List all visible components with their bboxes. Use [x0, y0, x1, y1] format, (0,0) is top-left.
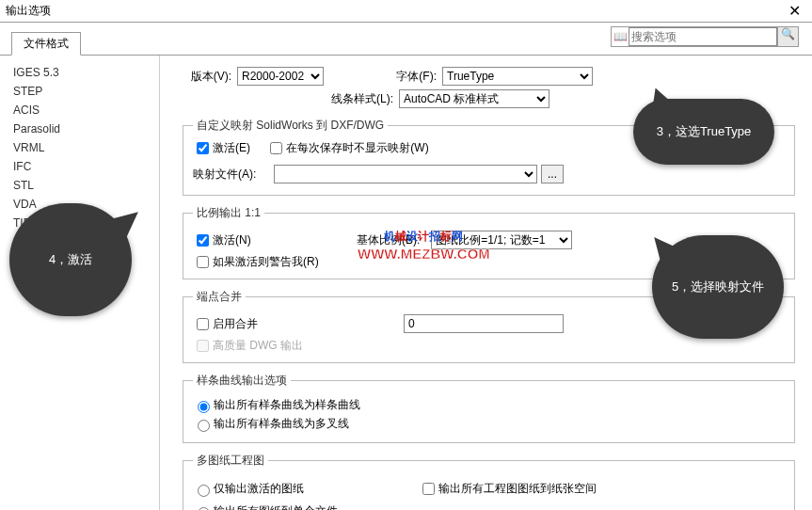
multi-group: 多图纸工程图 仅输出激活的图纸 输出所有工程图图纸到纸张空间 输出所有图纸到单个…: [183, 453, 795, 510]
search-box[interactable]: 📖 🔍: [611, 26, 799, 47]
mapfile-select[interactable]: [274, 165, 537, 183]
list-item[interactable]: Parasolid: [0, 120, 159, 138]
activate-checkbox[interactable]: 激活(E): [193, 139, 250, 157]
font-select[interactable]: TrueType: [442, 67, 593, 86]
list-item[interactable]: IGES 5.3: [0, 63, 159, 82]
hq-dwg-checkbox: 高质量 DWG 输出: [193, 337, 303, 355]
linestyle-label: 线条样式(L):: [183, 91, 393, 107]
book-icon: 📖: [612, 30, 629, 43]
search-icon[interactable]: 🔍: [777, 27, 798, 46]
mapping-legend: 自定义映射 SolidWorks 到 DXF/DWG: [193, 118, 388, 134]
multi-radio-2[interactable]: 输出所有图纸到单个文件: [193, 503, 785, 510]
callout-5: 5，选择映射文件: [652, 235, 784, 339]
hide-map-checkbox[interactable]: 在每次保存时不显示映射(W): [266, 139, 428, 157]
merge-value-input[interactable]: 0: [404, 314, 564, 333]
warn-checkbox[interactable]: 如果激活则警告我(R): [193, 253, 319, 271]
merge-legend: 端点合并: [193, 289, 246, 305]
list-item[interactable]: ACIS: [0, 101, 159, 120]
spline-group: 样条曲线输出选项 输出所有样条曲线为样条曲线 输出所有样条曲线为多叉线: [183, 373, 795, 443]
multi-legend: 多图纸工程图: [193, 453, 268, 469]
callout-3: 3，这选TrueType: [633, 99, 774, 165]
paper-space-checkbox[interactable]: 输出所有工程图图纸到纸张空间: [419, 480, 597, 498]
list-item[interactable]: STEP: [0, 82, 159, 101]
list-item[interactable]: IFC: [0, 157, 159, 176]
spline-radio-1[interactable]: 输出所有样条曲线为样条曲线: [193, 397, 785, 413]
base-scale-label: 基体比例(B):: [357, 232, 420, 248]
tab-file-format[interactable]: 文件格式: [11, 32, 81, 56]
callout-4: 4，激活: [9, 203, 132, 316]
version-label: 版本(V):: [183, 69, 231, 85]
mapfile-label: 映射文件(A):: [193, 167, 268, 183]
scale-activate-checkbox[interactable]: 激活(N): [193, 231, 343, 249]
window-title: 输出选项: [6, 3, 51, 19]
close-icon[interactable]: ✕: [783, 2, 806, 20]
linestyle-select[interactable]: AutoCAD 标准样式: [399, 89, 549, 108]
multi-radio-1[interactable]: 仅输出激活的图纸: [193, 481, 419, 497]
search-input[interactable]: [629, 27, 777, 46]
font-label: 字体(F):: [324, 69, 437, 85]
list-item[interactable]: VRML: [0, 138, 159, 157]
version-select[interactable]: R2000-2002: [237, 67, 324, 86]
spline-radio-2[interactable]: 输出所有样条曲线为多叉线: [193, 416, 785, 432]
spline-legend: 样条曲线输出选项: [193, 373, 291, 389]
scale-legend: 比例输出 1:1: [193, 205, 264, 221]
list-item[interactable]: STL: [0, 176, 159, 195]
browse-button[interactable]: ...: [541, 165, 564, 183]
base-scale-select[interactable]: 图纸比例=1/1; 记数=1: [431, 231, 572, 249]
enable-merge-checkbox[interactable]: 启用合并: [193, 315, 381, 333]
